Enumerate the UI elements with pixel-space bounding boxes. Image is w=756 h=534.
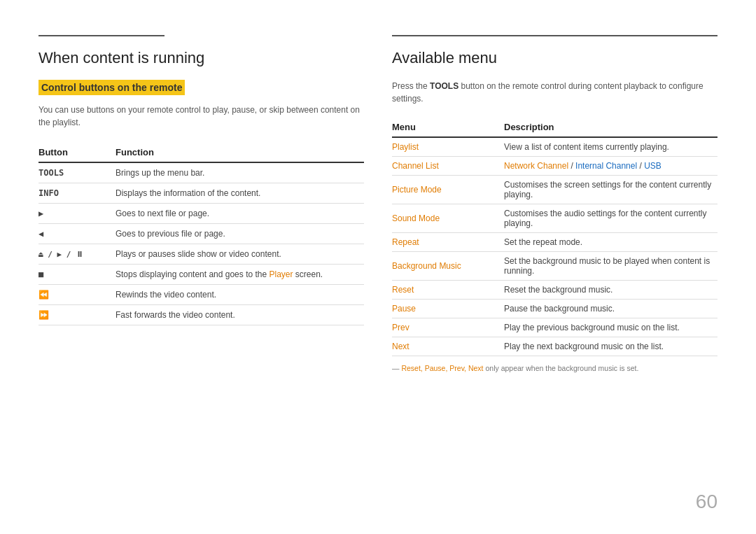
- button-table: Button Function TOOLS Brings up the menu…: [38, 143, 364, 325]
- button-cell: ⏏ / ▶ / ⏸: [38, 244, 115, 265]
- desc-cell: Customises the audio settings for the co…: [504, 204, 718, 233]
- menu-cell: Picture Mode: [392, 176, 504, 204]
- btn-col-header: Button: [38, 143, 115, 162]
- function-cell: Goes to previous file or page.: [115, 224, 364, 244]
- desc-cell: Reset the background music.: [504, 281, 718, 300]
- desc-cell: Pause the background music.: [504, 300, 718, 318]
- tools-bold: TOOLS: [430, 81, 458, 91]
- fn-col-header: Function: [115, 143, 364, 162]
- button-cell: INFO: [38, 183, 115, 204]
- desc-cell: Customises the screen settings for the c…: [504, 176, 718, 204]
- menu-cell: Next: [392, 337, 504, 356]
- left-column: When content is running Control buttons …: [38, 35, 364, 374]
- internal-channel-link: Internal Channel: [575, 161, 637, 171]
- table-row: ⏏ / ▶ / ⏸ Plays or pauses slide show or …: [38, 244, 364, 265]
- footnote-items: Reset, Pause, Prev, Next: [401, 364, 483, 372]
- desc-cell: Network Channel / Internal Channel / USB: [504, 157, 718, 176]
- table-row: ▶ Goes to next file or page.: [38, 204, 364, 224]
- table-row: Reset Reset the background music.: [392, 281, 718, 300]
- desc-cell: Play the previous background music on th…: [504, 318, 718, 337]
- desc-cell: Set the repeat mode.: [504, 233, 718, 252]
- table-row: Repeat Set the repeat mode.: [392, 233, 718, 252]
- menu-cell: Background Music: [392, 252, 504, 281]
- table-row: Sound Mode Customises the audio settings…: [392, 204, 718, 233]
- function-cell: Fast forwards the video content.: [115, 305, 364, 325]
- button-cell: ■: [38, 265, 115, 285]
- left-intro: You can use buttons on your remote contr…: [38, 104, 360, 129]
- function-cell: Plays or pauses slide show or video cont…: [115, 244, 364, 265]
- button-cell: ⏩: [38, 305, 115, 325]
- available-intro: Press the TOOLS button on the remote con…: [392, 80, 718, 105]
- menu-cell: Playlist: [392, 137, 504, 157]
- table-row: Prev Play the previous background music …: [392, 318, 718, 337]
- network-channel-link: Network Channel: [504, 161, 568, 171]
- left-title: When content is running: [38, 49, 364, 67]
- table-row: Next Play the next background music on t…: [392, 337, 718, 356]
- table-row: ⏩ Fast forwards the video content.: [38, 305, 364, 325]
- right-title: Available menu: [392, 49, 718, 67]
- table-row: Channel List Network Channel / Internal …: [392, 157, 718, 176]
- menu-cell: Prev: [392, 318, 504, 337]
- button-cell: ▶: [38, 204, 115, 224]
- table-row: Pause Pause the background music.: [392, 300, 718, 318]
- right-divider: [392, 35, 718, 36]
- desc-cell: Play the next background music on the li…: [504, 337, 718, 356]
- menu-cell: Pause: [392, 300, 504, 318]
- function-cell: Rewinds the video content.: [115, 285, 364, 305]
- table-row: ⏪ Rewinds the video content.: [38, 285, 364, 305]
- table-row: ■ Stops displaying content and goes to t…: [38, 265, 364, 285]
- menu-cell: Sound Mode: [392, 204, 504, 233]
- menu-cell: Reset: [392, 281, 504, 300]
- highlight-label: Control buttons on the remote: [38, 80, 185, 95]
- button-cell: TOOLS: [38, 162, 115, 183]
- function-cell: Goes to next file or page.: [115, 204, 364, 224]
- left-divider: [38, 35, 164, 36]
- usb-link: USB: [644, 161, 662, 171]
- function-cell: Stops displaying content and goes to the…: [115, 265, 364, 285]
- menu-table: Menu Description Playlist View a list of…: [392, 118, 718, 356]
- table-row: INFO Displays the information of the con…: [38, 183, 364, 204]
- button-cell: ◀: [38, 224, 115, 244]
- menu-col-header: Menu: [392, 118, 504, 137]
- desc-cell: Set the background music to be played wh…: [504, 252, 718, 281]
- desc-col-header: Description: [504, 118, 718, 137]
- table-row: Background Music Set the background musi…: [392, 252, 718, 281]
- right-column: Available menu Press the TOOLS button on…: [392, 35, 718, 374]
- page-number: 60: [696, 491, 718, 513]
- menu-cell: Repeat: [392, 233, 504, 252]
- button-cell: ⏪: [38, 285, 115, 305]
- table-row: Picture Mode Customises the screen setti…: [392, 176, 718, 204]
- table-row: TOOLS Brings up the menu bar.: [38, 162, 364, 183]
- player-link[interactable]: Player: [270, 269, 293, 279]
- footnote: ― Reset, Pause, Prev, Next only appear w…: [392, 363, 718, 374]
- function-cell: Displays the information of the content.: [115, 183, 364, 204]
- function-cell: Brings up the menu bar.: [115, 162, 364, 183]
- desc-cell: View a list of content items currently p…: [504, 137, 718, 157]
- table-row: ◀ Goes to previous file or page.: [38, 224, 364, 244]
- table-row: Playlist View a list of content items cu…: [392, 137, 718, 157]
- menu-cell: Channel List: [392, 157, 504, 176]
